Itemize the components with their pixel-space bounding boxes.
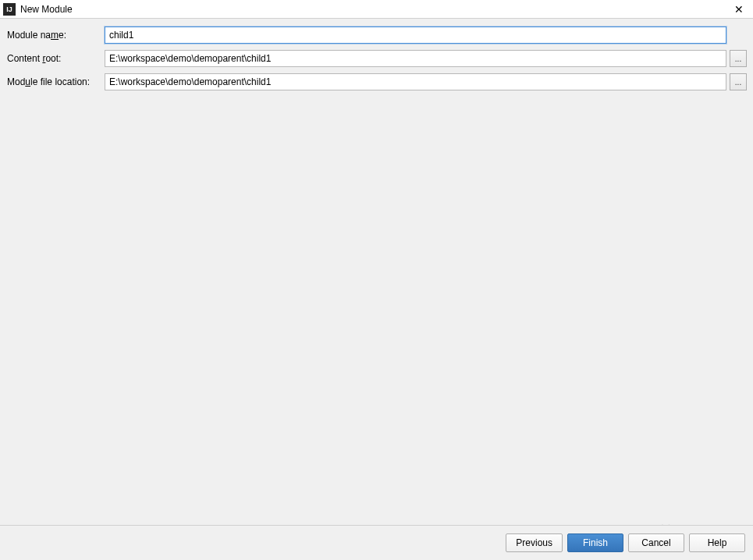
module-file-location-browse-button[interactable]: ... xyxy=(730,73,747,90)
content-root-row: Content root: ... xyxy=(6,50,747,67)
module-name-input[interactable] xyxy=(105,27,726,44)
form-area: Module name: Content root: ... Module fi… xyxy=(0,19,753,105)
finish-button[interactable]: Finish xyxy=(567,533,623,552)
module-name-row: Module name: xyxy=(6,27,747,44)
module-name-label: Module name: xyxy=(6,30,101,41)
help-button[interactable]: Help xyxy=(689,533,745,552)
previous-button[interactable]: Previous xyxy=(506,533,563,552)
titlebar: IJ New Module ✕ xyxy=(0,0,753,19)
content-root-input[interactable] xyxy=(105,50,726,67)
module-file-location-row: Module file location: ... xyxy=(6,73,747,90)
content-root-browse-button[interactable]: ... xyxy=(730,50,747,67)
cancel-button[interactable]: Cancel xyxy=(628,533,684,552)
app-icon: IJ xyxy=(3,3,16,16)
module-file-location-input[interactable] xyxy=(105,73,726,90)
footer: Previous Finish Cancel Help xyxy=(0,525,753,560)
module-file-location-label: Module file location: xyxy=(6,76,101,87)
content-root-label: Content root: xyxy=(6,53,101,64)
close-icon[interactable]: ✕ xyxy=(730,2,748,17)
window-title: New Module xyxy=(20,4,73,15)
